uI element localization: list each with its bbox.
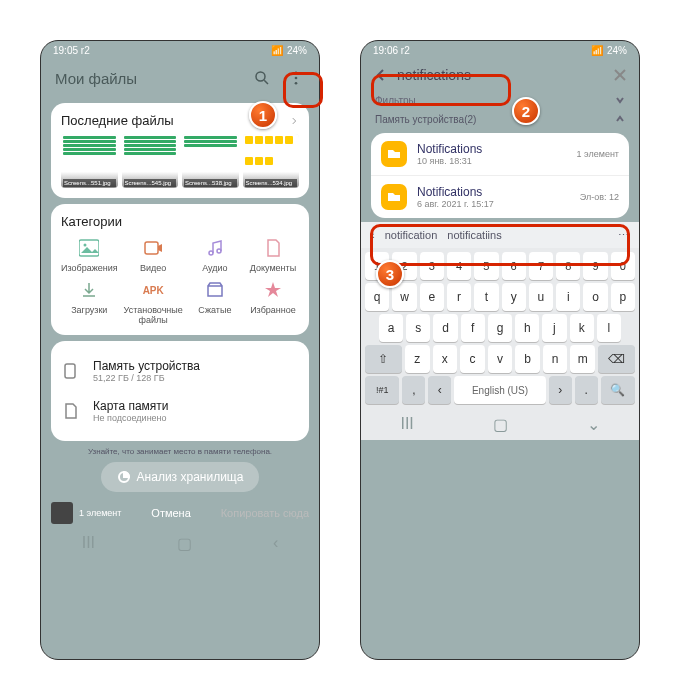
cat-apk[interactable]: APKУстановочные файлы — [124, 279, 183, 325]
key[interactable]: m — [570, 345, 595, 373]
cancel-button[interactable]: Отмена — [151, 507, 190, 519]
svg-rect-12 — [65, 364, 75, 378]
suggestion-expand-icon[interactable]: ‹ — [371, 229, 375, 241]
clear-icon[interactable] — [613, 68, 627, 82]
cat-images[interactable]: Изображения — [61, 237, 118, 273]
action-bar: 1 элемент Отмена Копировать сюда — [41, 498, 319, 528]
keyboard-suggestions: ‹ notification notificatiins ⋯ — [361, 222, 639, 248]
status-time: 19:05 r2 — [53, 45, 90, 56]
more-icon[interactable] — [287, 69, 305, 87]
key[interactable]: w — [392, 283, 416, 311]
key[interactable]: a — [379, 314, 403, 342]
nav-back-icon[interactable]: ⌄ — [587, 415, 600, 434]
key[interactable]: n — [543, 345, 568, 373]
nav-bar: III ▢ ⌄ — [361, 409, 639, 440]
chevron-right-icon[interactable] — [289, 116, 299, 126]
key[interactable]: v — [488, 345, 513, 373]
thumb[interactable]: Screens...538.jpg — [182, 134, 239, 188]
key[interactable]: t — [474, 283, 498, 311]
key[interactable]: k — [570, 314, 594, 342]
key[interactable]: x — [433, 345, 458, 373]
thumb[interactable]: Screens...545.jpg — [122, 134, 179, 188]
key[interactable]: 5 — [474, 252, 498, 280]
storage-card: Память устройства51,22 ГБ / 128 ГБ Карта… — [51, 341, 309, 441]
key[interactable]: z — [405, 345, 430, 373]
key[interactable]: 0 — [611, 252, 635, 280]
section-header[interactable]: Память устройства(2) — [361, 110, 639, 129]
key[interactable]: 7 — [529, 252, 553, 280]
search-key[interactable]: 🔍 — [601, 376, 635, 404]
internal-storage[interactable]: Память устройства51,22 ГБ / 128 ГБ — [61, 351, 299, 391]
key[interactable]: s — [406, 314, 430, 342]
phone-right: 19:06 r2 📶24% Фильтры Память устройства(… — [360, 40, 640, 660]
nav-recents-icon[interactable]: III — [82, 534, 95, 553]
thumb[interactable]: Screens...551.jpg — [61, 134, 118, 188]
cat-fav[interactable]: Избранное — [247, 279, 299, 325]
key[interactable]: u — [529, 283, 553, 311]
backspace-key[interactable]: ⌫ — [598, 345, 635, 373]
cat-video[interactable]: Видео — [124, 237, 183, 273]
key[interactable]: 6 — [502, 252, 526, 280]
svg-point-0 — [256, 72, 265, 81]
suggestion-more-icon[interactable]: ⋯ — [618, 229, 629, 242]
step-badge-1: 1 — [249, 101, 277, 129]
cat-downloads[interactable]: Загрузки — [61, 279, 118, 325]
key[interactable]: l — [597, 314, 621, 342]
filters-row[interactable]: Фильтры — [361, 91, 639, 110]
analyze-button[interactable]: Анализ хранилища — [101, 462, 260, 492]
comma-key[interactable]: , — [402, 376, 425, 404]
key[interactable]: 8 — [556, 252, 580, 280]
space-key[interactable]: English (US) — [454, 376, 546, 404]
search-icon[interactable] — [253, 69, 271, 87]
categories-card: Категории Изображения Видео Аудио Докуме… — [51, 204, 309, 335]
key[interactable]: h — [515, 314, 539, 342]
back-icon[interactable] — [373, 67, 389, 83]
svg-point-9 — [209, 251, 213, 255]
svg-point-6 — [84, 244, 87, 247]
key[interactable]: e — [420, 283, 444, 311]
key[interactable]: i — [556, 283, 580, 311]
key[interactable]: p — [611, 283, 635, 311]
lang-next-key[interactable]: › — [549, 376, 572, 404]
nav-bar: III ▢ ‹ — [41, 528, 319, 559]
lang-prev-key[interactable]: ‹ — [428, 376, 451, 404]
key[interactable]: d — [433, 314, 457, 342]
key[interactable]: 9 — [583, 252, 607, 280]
search-input[interactable] — [397, 67, 605, 83]
key[interactable]: b — [515, 345, 540, 373]
cat-archives[interactable]: Сжатые — [189, 279, 241, 325]
key[interactable]: y — [502, 283, 526, 311]
shift-key[interactable]: ⇧ — [365, 345, 402, 373]
key[interactable]: c — [460, 345, 485, 373]
nav-home-icon[interactable]: ▢ — [493, 415, 508, 434]
key[interactable]: j — [542, 314, 566, 342]
sd-card[interactable]: Карта памятиНе подсоединено — [61, 391, 299, 431]
period-key[interactable]: . — [575, 376, 598, 404]
result-row[interactable]: Notifications6 авг. 2021 г. 15:17 Эл-ов:… — [371, 175, 629, 218]
nav-recents-icon[interactable]: III — [400, 415, 413, 434]
thumb[interactable]: Screens...534.jpg — [243, 134, 300, 188]
suggestion[interactable]: notification — [385, 229, 438, 241]
status-icons: 📶24% — [271, 45, 307, 56]
svg-point-4 — [295, 82, 298, 85]
result-row[interactable]: Notifications10 янв. 18:31 1 элемент — [371, 133, 629, 175]
nav-back-icon[interactable]: ‹ — [273, 534, 278, 553]
step-badge-2: 2 — [512, 97, 540, 125]
key[interactable]: 4 — [447, 252, 471, 280]
key[interactable]: r — [447, 283, 471, 311]
chevron-up-icon — [615, 114, 625, 125]
key[interactable]: f — [461, 314, 485, 342]
chevron-down-icon — [615, 95, 625, 106]
svg-line-1 — [264, 80, 268, 84]
key[interactable]: o — [583, 283, 607, 311]
key[interactable]: g — [488, 314, 512, 342]
cat-audio[interactable]: Аудио — [189, 237, 241, 273]
key[interactable]: 3 — [420, 252, 444, 280]
results-list: Notifications10 янв. 18:31 1 элемент Not… — [371, 133, 629, 218]
cat-docs[interactable]: Документы — [247, 237, 299, 273]
suggestion[interactable]: notificatiins — [447, 229, 501, 241]
copy-here-button[interactable]: Копировать сюда — [221, 507, 309, 519]
nav-home-icon[interactable]: ▢ — [177, 534, 192, 553]
svg-marker-11 — [265, 282, 281, 297]
symbols-key[interactable]: !#1 — [365, 376, 399, 404]
